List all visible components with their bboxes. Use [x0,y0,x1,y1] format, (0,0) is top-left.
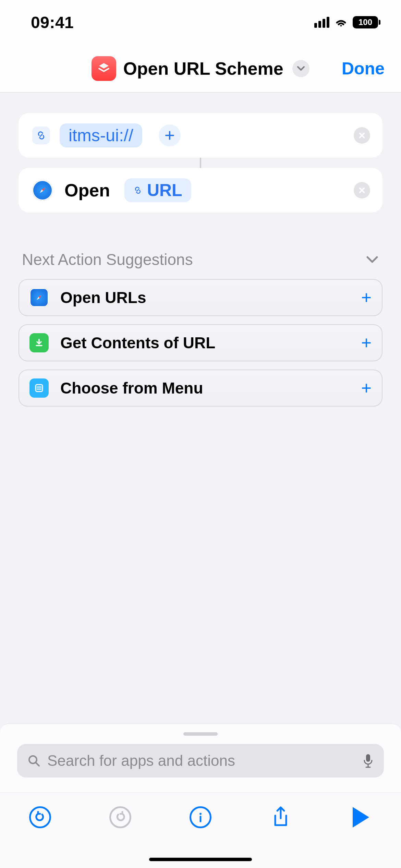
suggestion-label: Open URLs [60,288,146,307]
search-icon [27,754,40,767]
safari-icon [32,180,53,201]
svg-rect-9 [366,754,370,762]
shortcut-title: Open URL Scheme [123,58,283,79]
title-group[interactable]: Open URL Scheme [92,56,309,81]
url-variable-token[interactable]: URL [124,178,191,202]
open-action-label: Open [64,180,110,201]
suggestion-label: Choose from Menu [60,379,203,397]
suggestion-get-contents[interactable]: Get Contents of URL + [19,324,382,361]
url-token[interactable]: itms-ui:// [60,123,142,147]
shortcut-app-icon [92,56,116,81]
suggestions-header[interactable]: Next Action Suggestions [19,250,382,269]
wifi-icon [334,17,348,27]
battery-indicator: 100 [353,16,380,28]
battery-level: 100 [359,17,372,27]
search-field[interactable]: Search for apps and actions [17,744,384,777]
suggestions-title: Next Action Suggestions [22,250,193,269]
action-connector [200,158,201,168]
chevron-down-icon [365,255,379,264]
svg-line-8 [36,763,39,766]
menu-icon [29,378,49,398]
drag-handle[interactable] [183,732,218,736]
redo-button [108,805,132,829]
delete-action-button[interactable] [354,182,370,198]
svg-rect-4 [36,385,42,391]
delete-action-button[interactable] [354,127,370,144]
add-variable-button[interactable] [159,124,181,146]
undo-button[interactable] [28,805,52,829]
url-text-action[interactable]: itms-ui:// [19,113,382,158]
search-panel[interactable]: Search for apps and actions [0,724,401,793]
run-button[interactable] [349,805,373,829]
search-placeholder: Search for apps and actions [47,752,356,769]
link-icon [133,186,142,195]
url-token-text: itms-ui:// [69,125,133,145]
add-suggestion-button[interactable]: + [361,287,372,308]
status-time: 09:41 [31,13,74,32]
home-indicator[interactable] [149,858,252,861]
bottom-toolbar [0,793,401,868]
status-bar: 09:41 100 [0,0,401,45]
cellular-signal-icon [314,17,329,28]
open-url-action[interactable]: Open URL [19,168,382,213]
link-icon [32,126,50,144]
dictate-icon[interactable] [363,754,374,768]
info-button[interactable] [189,805,212,829]
status-indicators: 100 [314,16,380,28]
navigation-bar: Open URL Scheme Done [0,45,401,93]
safari-icon [29,288,49,307]
title-chevron-icon[interactable] [292,60,309,77]
suggestion-label: Get Contents of URL [60,334,215,352]
url-variable-text: URL [147,180,182,200]
suggestions-list: Open URLs + Get Contents of URL + Choose… [19,279,382,407]
share-button[interactable] [269,805,293,829]
add-suggestion-button[interactable]: + [361,333,372,353]
suggestion-choose-menu[interactable]: Choose from Menu + [19,370,382,407]
add-suggestion-button[interactable]: + [361,378,372,398]
svg-point-10 [199,813,202,815]
suggestion-open-urls[interactable]: Open URLs + [19,279,382,316]
download-icon [29,333,49,352]
done-button[interactable]: Done [342,59,385,79]
